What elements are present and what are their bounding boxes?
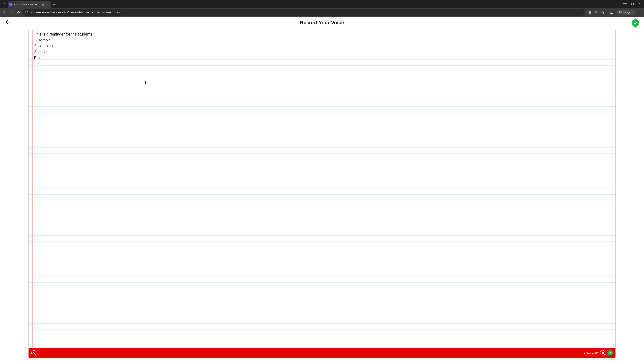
side-panel-icon[interactable]: [610, 11, 613, 14]
scroll-up-icon[interactable]: ▲: [613, 31, 615, 33]
app-header: Record Your Voice: [0, 17, 644, 28]
recording-indicator-icon: [42, 3, 45, 5]
recording-bar: 0:02 / 2:00: [28, 348, 616, 358]
close-icon: [33, 352, 35, 354]
confirm-button[interactable]: [632, 19, 639, 27]
tab-title: Explain and Reflect - Seesaw: [14, 3, 41, 6]
text-cursor-icon: I: [145, 80, 146, 85]
url-text: app.seesaw.me/#/item/new/class/class.e01…: [31, 11, 582, 14]
new-tab-button[interactable]: ＋: [51, 1, 57, 8]
page-title: Record Your Voice: [300, 20, 344, 25]
pause-recording-button[interactable]: [600, 350, 606, 356]
window-controls: — ✕: [621, 0, 644, 8]
voice-search-icon[interactable]: [588, 10, 591, 14]
recording-timer: 0:02 / 2:00: [584, 351, 598, 355]
ruled-lines: [29, 30, 615, 347]
svg-rect-2: [610, 11, 613, 13]
chrome-menu-button[interactable]: ⋮: [638, 11, 641, 14]
browser-toolbar: app.seesaw.me/#/item/new/class/class.e01…: [0, 8, 644, 17]
incognito-label: Incognito: [623, 11, 633, 13]
app-back-button[interactable]: [5, 20, 10, 24]
note-canvas[interactable]: This is a reminder for the students:1. s…: [28, 30, 616, 347]
note-text[interactable]: This is a reminder for the students:1. s…: [34, 31, 612, 61]
incognito-icon: [619, 11, 622, 13]
svg-point-4: [619, 12, 620, 13]
svg-point-5: [621, 12, 622, 13]
pause-icon: [602, 352, 602, 354]
seesaw-app: Record Your Voice This is a reminder for…: [0, 17, 644, 362]
maximize-window-button[interactable]: [632, 3, 634, 5]
site-info-icon[interactable]: [26, 10, 29, 14]
incognito-badge[interactable]: Incognito: [616, 10, 635, 14]
check-icon: [633, 21, 638, 25]
reload-button[interactable]: [16, 9, 21, 15]
svg-rect-0: [632, 3, 634, 5]
svg-rect-1: [590, 11, 590, 12]
browser-titlebar: S Explain and Reflect - Seesaw ✕ ＋ — ✕: [0, 0, 644, 8]
extensions-icon[interactable]: [601, 11, 604, 14]
minimize-window-button[interactable]: —: [623, 1, 627, 5]
browser-tab[interactable]: S Explain and Reflect - Seesaw ✕: [8, 1, 51, 8]
forward-button[interactable]: [9, 9, 14, 15]
close-tab-button[interactable]: ✕: [46, 3, 49, 6]
bookmark-star-icon[interactable]: [594, 10, 598, 14]
tab-search-dropdown[interactable]: [0, 0, 8, 8]
finish-recording-button[interactable]: [608, 350, 613, 356]
back-button[interactable]: [2, 9, 7, 15]
favicon-icon: S: [10, 3, 12, 6]
address-bar[interactable]: app.seesaw.me/#/item/new/class/class.e01…: [23, 9, 585, 15]
check-icon: [608, 351, 612, 354]
close-window-button[interactable]: ✕: [638, 2, 640, 5]
scroll-down-icon[interactable]: ▼: [613, 345, 615, 346]
cancel-recording-button[interactable]: [31, 350, 36, 355]
